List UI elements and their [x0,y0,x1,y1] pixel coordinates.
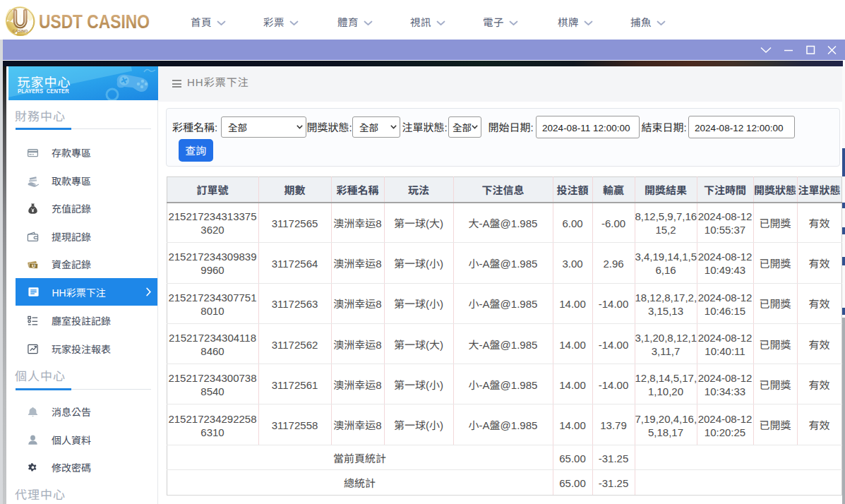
svg-text:CASINO: CASINO [13,29,28,33]
svg-text:USDT CASINO: USDT CASINO [39,11,150,32]
svg-text:$: $ [32,263,35,268]
